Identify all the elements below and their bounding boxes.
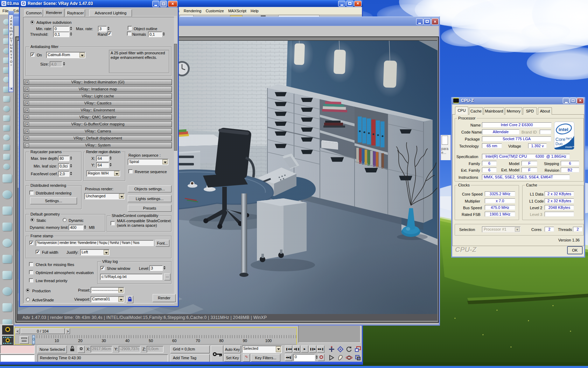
svg-text:Duo: Duo [555,142,562,146]
svg-text:intel: intel [559,127,568,132]
svg-text:inside™: inside™ [565,145,574,149]
svg-text:Adv 1.47.03 | render time: 0: Adv 1.47.03 | render time: 0h 43m 30,4s … [22,315,267,320]
svg-text:Core™2: Core™2 [555,137,572,142]
